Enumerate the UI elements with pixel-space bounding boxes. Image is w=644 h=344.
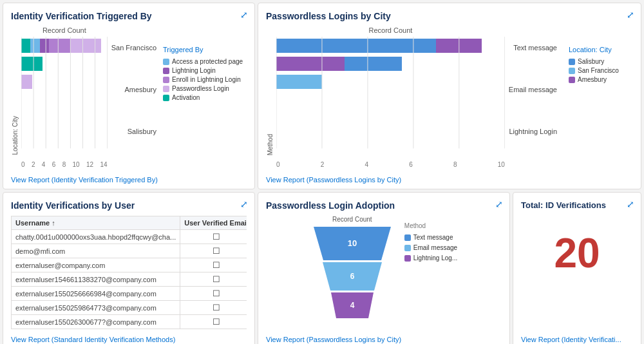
legend-label-access: Access a protected page [172,58,243,65]
yaxis-label-text: Text message [513,44,557,52]
legend-label-sf: San Francisco [578,67,619,74]
cell-email: ☐ [180,301,247,315]
cell-username: externaluser1550256666984@company.com [12,287,180,301]
funnel-svg-3: 4 [325,292,380,318]
legend-label-enroll: Enroll in Lightning Login [172,76,241,83]
cell-email: ☐ [180,244,247,258]
chart1-bars [21,37,108,104]
view-report-link-total[interactable]: View Report (Identity Verificati... [521,336,621,343]
legend-label-text-msg: Text message [413,234,453,241]
chart2-container: Method Record Count [266,26,633,168]
list-item: Passwordless Login [163,85,247,92]
legend-color-amesbury [569,77,575,83]
legend-color-enroll [163,77,169,83]
identity-verification-card: Identity Verification Triggered By ⤢ Loc… [3,3,255,189]
cell-username: externaluser155026300677?@company.com [12,315,180,329]
funnel-segment-1: 10 [310,227,394,262]
legend-color-text-msg [404,234,411,241]
list-item: Email message [404,244,457,251]
funnel-legend-title: Method [404,222,457,229]
table-row: externaluser1550256666984@company.com ☐ … [12,287,247,301]
svg-text:4: 4 [350,301,354,310]
expand-icon-table[interactable]: ⤢ [240,199,248,209]
chart1-main: Record Count [21,26,108,168]
legend-color-access [163,59,169,65]
list-item: Amesbury [569,76,633,83]
funnel-wrap: Record Count 10 6 [266,216,502,320]
list-item: Lightning Log... [404,254,457,262]
table-container[interactable]: Username ↑ User Verified Email User Veri… [11,216,247,329]
legend-color-passwordless [163,86,169,92]
funnel-legend: Method Text message Email message Lightn… [404,216,457,262]
legend-color-email-msg [404,245,411,251]
bar-segment [30,39,39,53]
cell-email: ☐ [180,287,247,301]
total-title: Total: ID Verifications [521,200,633,210]
bar-segment [40,39,49,53]
bar-segment [21,75,32,89]
chart2-legend: Location: City Salisbury San Francisco A… [562,26,633,168]
funnel-segment-3: 4 [325,292,380,320]
table-row [276,55,505,73]
funnel-svg-2: 6 [317,262,387,291]
yaxis-label-lightning-login: Lightning Login [509,128,557,135]
table-row: externaluser1550259864773@company.com ☐ … [12,301,247,315]
col-email[interactable]: User Verified Email [180,216,247,230]
chart1-legend: Triggered By Access a protected page Lig… [156,26,247,168]
cell-email: ☐ [180,230,247,244]
table-row: externaluser@company.com ☐ ☑ [12,258,247,272]
table-row [21,55,108,73]
list-item: Activation [163,94,247,101]
cell-username: externaluser@company.com [12,258,180,272]
identity-verifications-table-card: Identity Verifications by User ⤢ Usernam… [3,192,255,344]
bar-segment [276,57,345,71]
bar-segment [21,57,43,71]
view-report-link-funnel[interactable]: View Report (Passwordless Logins by City… [266,336,401,343]
verifications-table: Username ↑ User Verified Email User Veri… [11,216,247,329]
legend-label-lightning: Lightning Login [172,67,216,74]
legend-label-email-msg: Email message [413,244,457,251]
passwordless-logins-card: Passwordless Logins by City ⤢ Method Rec… [258,3,641,189]
passwordless-adoption-card: Passwordless Login Adoption ⤢ Record Cou… [258,192,510,344]
list-item: Text message [404,234,457,241]
legend-color-salisbury [569,59,575,65]
view-report-link-table[interactable]: View Report (Standard Identity Verificat… [11,336,175,343]
cell-email: ☐ [180,272,247,287]
yaxis-label-amesbury: Amesbury [124,86,156,93]
table-row: externaluser155026300677?@company.com ☐ … [12,315,247,329]
cell-email: ☐ [180,315,247,329]
svg-text:10: 10 [348,238,357,248]
chart1-yaxis-title: Location: City [12,116,19,155]
list-item: San Francisco [569,67,633,74]
legend-color-lightning [163,68,169,74]
chart2-title: Passwordless Logins by City [266,11,633,21]
expand-icon-chart1[interactable]: ⤢ [240,10,248,20]
expand-icon-total[interactable]: ⤢ [627,199,634,209]
list-item: Enroll in Lightning Login [163,76,247,83]
funnel-chart: 10 6 4 [310,227,394,320]
view-report-link-chart1[interactable]: View Report (Identity Verification Trigg… [11,176,158,184]
funnel-title: Passwordless Login Adoption [266,200,502,211]
legend-color-lightning-log [404,255,411,262]
bar-segment [49,39,70,53]
chart2-xaxis-title: Record Count [276,26,505,34]
view-report-link-chart2[interactable]: View Report (Passwordless Logins by City… [266,176,401,184]
legend-label-amesbury: Amesbury [578,76,607,83]
table-title: Identity Verifications by User [11,200,247,211]
chart2-yaxis-labels: Text message Email message Lightning Log… [505,26,562,168]
legend-label-lightning-log: Lightning Log... [413,254,457,262]
table-row: demo@mfi.com ☐ ☐ [12,244,247,258]
cell-username: chatty.00d1u000000oxs3uaa.hbopd2ffqcwy@c… [12,230,180,244]
list-item: Salisbury [569,58,633,65]
chart1-title: Identity Verification Triggered By [11,11,247,21]
chart2-yaxis-title: Method [267,134,274,155]
total-value: 20 [521,229,633,277]
col-username[interactable]: Username ↑ [12,216,180,230]
expand-icon-chart2[interactable]: ⤢ [627,10,634,20]
funnel-visual-container: Record Count 10 6 [310,216,394,320]
expand-icon-funnel[interactable]: ⤢ [495,199,503,209]
table-row: externaluser1546611383270@company.com ☐ … [12,272,247,287]
bar-segment [276,75,322,89]
table-row [21,37,108,55]
chart1-container: Location: City Record Count [11,26,247,168]
